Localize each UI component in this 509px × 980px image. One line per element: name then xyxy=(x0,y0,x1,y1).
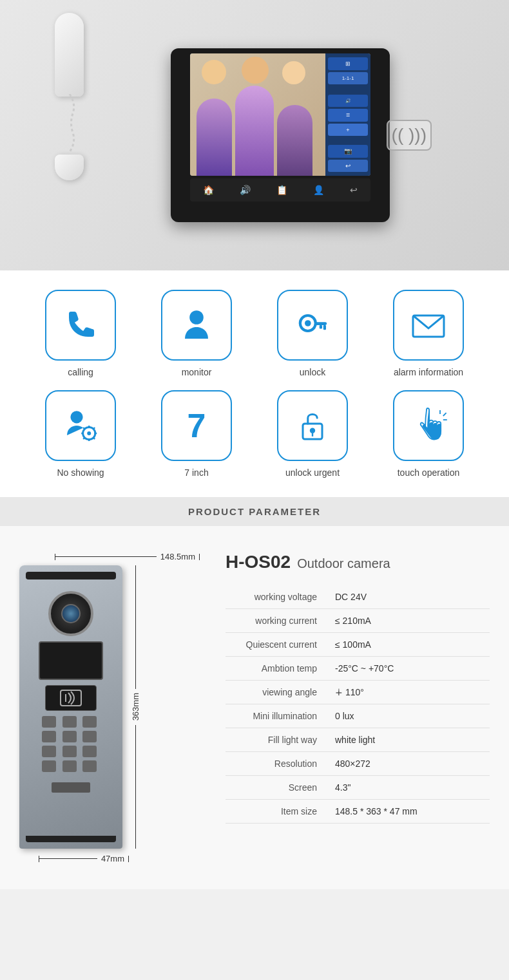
touch-icon-box xyxy=(393,390,464,461)
spec-label: Mini illumination xyxy=(226,704,322,728)
spec-row: Ambtion temp -25°C ~ +70°C xyxy=(226,657,490,681)
spec-value: ≤ 100mA xyxy=(322,633,490,657)
svg-line-17 xyxy=(93,428,95,429)
svg-point-19 xyxy=(310,428,315,433)
monitor-bottom-bar: 🏠 🔊 📋 👤 ↩ xyxy=(190,178,370,202)
spec-label: Quiescent current xyxy=(226,633,322,657)
no-showing-icon-box xyxy=(45,390,116,461)
calling-label: calling xyxy=(68,367,93,377)
spec-row: Fill light way white light xyxy=(226,728,490,752)
spec-value: ∔ 110° xyxy=(322,681,490,704)
unlock-label: unlock xyxy=(300,367,325,377)
monitor-screen: ⊞ 1-1-1 🔊 ☰ + 📷 ↩ xyxy=(190,53,370,176)
key-icon xyxy=(293,306,332,344)
feature-7inch: 7 7 inch xyxy=(142,390,251,478)
spec-label: Ambtion temp xyxy=(226,657,322,681)
unlock-urgent-label: unlock urgent xyxy=(285,467,340,478)
spec-value: 480×272 xyxy=(322,752,490,776)
phone-icon xyxy=(61,306,100,344)
monitor-label: monitor xyxy=(182,367,212,377)
feature-touch: touch operation xyxy=(374,390,483,478)
unlock-icon-box xyxy=(277,290,348,361)
spec-label: working voltage xyxy=(226,585,322,609)
spec-row: Resolution 480×272 xyxy=(226,752,490,776)
svg-rect-5 xyxy=(320,325,322,328)
width-dimension: 148.5mm xyxy=(55,552,200,561)
svg-line-21 xyxy=(443,413,447,416)
spec-row: working current ≤ 210mA xyxy=(226,609,490,633)
mail-icon xyxy=(409,306,448,344)
spec-label: Resolution xyxy=(226,752,322,776)
spec-value: 148.5 * 363 * 47 mm xyxy=(322,800,490,824)
7inch-icon-box: 7 xyxy=(161,390,232,461)
features-grid: calling monitor xyxy=(26,290,483,478)
spec-row: Mini illumination 0 lux xyxy=(226,704,490,728)
model-description: Outdoor camera xyxy=(297,556,390,571)
specs-table: working voltage DC 24V working current ≤… xyxy=(226,585,490,824)
7inch-number: 7 xyxy=(187,409,206,442)
spec-value: 4.3" xyxy=(322,776,490,800)
touch-label: touch operation xyxy=(398,467,460,478)
svg-rect-4 xyxy=(323,325,326,330)
handset-image xyxy=(52,13,87,219)
spec-label: Screen xyxy=(226,776,322,800)
spec-value: DC 24V xyxy=(322,585,490,609)
section-title: PRODUCT PARAMETER xyxy=(188,506,321,517)
svg-line-14 xyxy=(83,428,84,429)
lock-open-icon xyxy=(293,406,332,445)
depth-label: 47mm xyxy=(97,854,128,863)
spec-value: white light xyxy=(322,728,490,752)
spec-label: working current xyxy=(226,609,322,633)
svg-line-16 xyxy=(83,438,84,439)
indoor-monitor: ⊞ 1-1-1 🔊 ☰ + 📷 ↩ 🏠 🔊 📋 👤 ↩ (( xyxy=(171,48,390,222)
svg-point-9 xyxy=(87,431,91,435)
model-code: H-OS02 xyxy=(226,552,291,572)
feature-unlock: unlock xyxy=(258,290,367,377)
height-dimension: 363mm xyxy=(126,565,146,849)
outdoor-diagram: 148.5mm xyxy=(19,552,200,863)
feature-alarm: alarm information xyxy=(374,290,483,377)
spec-row: Item size 148.5 * 363 * 47 mm xyxy=(226,800,490,824)
alarm-icon-box xyxy=(393,290,464,361)
feature-calling: calling xyxy=(26,290,135,377)
spec-label: Item size xyxy=(226,800,322,824)
specs-title: H-OS02 Outdoor camera xyxy=(226,552,490,572)
calling-icon-box xyxy=(45,290,116,361)
unit-with-dimensions: 363mm xyxy=(19,565,200,849)
svg-point-2 xyxy=(305,320,311,326)
touch-icon xyxy=(409,406,448,445)
outdoor-unit-image xyxy=(19,565,126,849)
specs-section: 148.5mm xyxy=(0,526,509,889)
spec-value: -25°C ~ +70°C xyxy=(322,657,490,681)
no-showing-label: No showing xyxy=(57,467,104,478)
width-label: 148.5mm xyxy=(157,552,199,561)
spec-label: Fill light way xyxy=(226,728,322,752)
spec-row: Quiescent current ≤ 100mA xyxy=(226,633,490,657)
person-gear-icon xyxy=(61,406,100,445)
7inch-label: 7 inch xyxy=(184,467,208,478)
spec-value: 0 lux xyxy=(322,704,490,728)
spec-row: working voltage DC 24V xyxy=(226,585,490,609)
height-label: 363mm xyxy=(131,689,140,724)
svg-point-7 xyxy=(70,411,82,423)
feature-unlock-urgent: unlock urgent xyxy=(258,390,367,478)
spec-row: viewing angle ∔ 110° xyxy=(226,681,490,704)
features-section: calling monitor xyxy=(0,270,509,497)
svg-point-0 xyxy=(189,310,204,325)
specs-content: H-OS02 Outdoor camera working voltage DC… xyxy=(226,552,490,824)
alarm-label: alarm information xyxy=(394,367,463,377)
unlock-urgent-icon-box xyxy=(277,390,348,461)
monitor-icon-box xyxy=(161,290,232,361)
person-icon xyxy=(177,306,216,344)
svg-line-15 xyxy=(93,438,95,439)
feature-monitor: monitor xyxy=(142,290,251,377)
svg-rect-3 xyxy=(314,322,327,325)
feature-no-showing: No showing xyxy=(26,390,135,478)
depth-dimension: 47mm xyxy=(39,854,129,863)
spec-value: ≤ 210mA xyxy=(322,609,490,633)
spec-row: Screen 4.3" xyxy=(226,776,490,800)
spec-label: viewing angle xyxy=(226,681,322,704)
hero-section: ⊞ 1-1-1 🔊 ☰ + 📷 ↩ 🏠 🔊 📋 👤 ↩ (( xyxy=(0,0,509,270)
section-header: PRODUCT PARAMETER xyxy=(0,497,509,526)
